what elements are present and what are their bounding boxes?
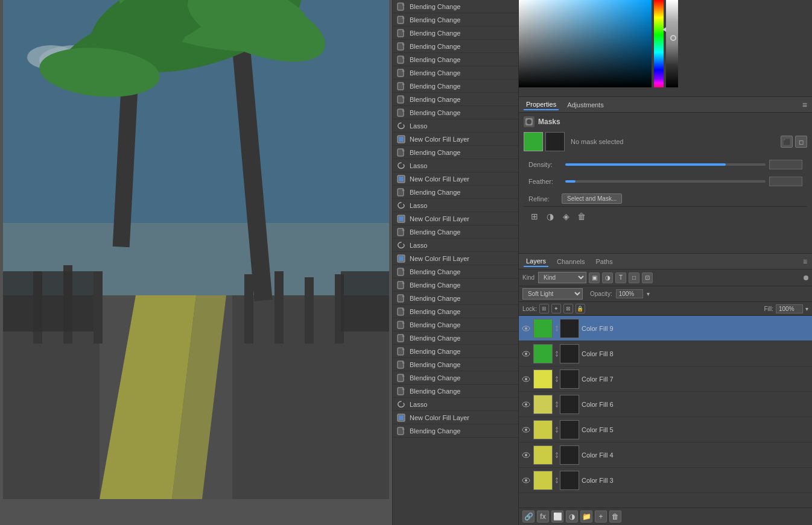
history-item[interactable]: Blending Change — [393, 27, 518, 40]
history-item[interactable]: Lasso — [393, 159, 518, 172]
history-item[interactable]: Blending Change — [393, 66, 518, 80]
group-layers-btn[interactable]: 📁 — [580, 511, 592, 523]
add-mask-btn[interactable]: ⬜ — [551, 511, 563, 523]
history-item[interactable]: Blending Change — [393, 53, 518, 66]
history-item[interactable]: Blending Change — [393, 265, 518, 278]
layer-item[interactable]: Color Fill 9 — [519, 316, 812, 341]
doc-icon — [396, 307, 406, 316]
history-item[interactable]: Blending Change — [393, 292, 518, 305]
layer-filter-type-btn[interactable]: T — [615, 272, 626, 283]
history-item[interactable]: Blending Change — [393, 318, 518, 332]
history-item[interactable]: Lasso — [393, 199, 518, 212]
history-item[interactable]: New Color Fill Layer — [393, 411, 518, 424]
hue-slider[interactable] — [654, 0, 664, 87]
feather-slider[interactable] — [565, 180, 766, 183]
history-item[interactable]: Blending Change — [393, 385, 518, 398]
layer-filter-pixel-btn[interactable]: ▣ — [589, 272, 600, 283]
history-item[interactable]: Blending Change — [393, 146, 518, 159]
color-gradient[interactable] — [519, 0, 652, 87]
fx-btn[interactable]: fx — [537, 511, 549, 523]
lock-pixel-btn[interactable]: ⊞ — [539, 304, 549, 313]
history-item[interactable]: Blending Change — [393, 225, 518, 239]
link-layers-btn[interactable]: 🔗 — [522, 511, 534, 523]
density-slider[interactable] — [565, 163, 766, 166]
mask-black-swatch[interactable] — [545, 132, 565, 151]
layers-list: Color Fill 9Color Fill 8Color Fill 7Colo… — [519, 316, 812, 508]
layer-visibility-btn[interactable] — [521, 374, 531, 384]
layer-item[interactable]: Color Fill 7 — [519, 366, 812, 392]
tab-channels[interactable]: Channels — [554, 257, 587, 266]
history-item[interactable]: Blending Change — [393, 93, 518, 106]
feather-value[interactable] — [769, 177, 802, 186]
history-item[interactable]: Lasso — [393, 239, 518, 252]
history-item[interactable]: Blending Change — [393, 106, 518, 119]
history-item[interactable]: New Color Fill Layer — [393, 252, 518, 265]
layer-item[interactable]: Color Fill 3 — [519, 468, 812, 493]
svg-rect-45 — [399, 137, 404, 142]
layers-menu-icon[interactable]: ≡ — [803, 257, 807, 266]
mask-pixel-btn[interactable]: ⬛ — [781, 136, 793, 148]
select-and-mask-button[interactable]: Select and Mask... — [562, 193, 622, 204]
mask-filter-icon[interactable]: ⊞ — [528, 210, 541, 222]
add-adjustment-btn[interactable]: ◑ — [566, 511, 578, 523]
opacity-arrow[interactable]: ▾ — [647, 291, 650, 297]
colorfill-icon — [396, 413, 406, 423]
history-item[interactable]: Blending Change — [393, 186, 518, 199]
layer-item[interactable]: Color Fill 6 — [519, 392, 812, 417]
history-item[interactable]: Blending Change — [393, 80, 518, 93]
mask-color-swatch[interactable] — [524, 132, 543, 151]
layer-filter-adjust-btn[interactable]: ◑ — [602, 272, 613, 283]
tab-paths[interactable]: Paths — [594, 257, 615, 266]
history-item[interactable]: Lasso — [393, 119, 518, 133]
tab-layers[interactable]: Layers — [524, 256, 548, 267]
history-item[interactable]: New Color Fill Layer — [393, 212, 518, 225]
layer-item[interactable]: Color Fill 4 — [519, 442, 812, 468]
delete-layer-btn[interactable]: 🗑 — [609, 511, 621, 523]
masks-title-row: Masks — [524, 116, 807, 127]
fill-arrow[interactable]: ▾ — [805, 306, 808, 312]
history-item[interactable]: Blending Change — [393, 332, 518, 345]
mask-invert-icon[interactable]: ◑ — [544, 210, 556, 222]
history-item[interactable]: Blending Change — [393, 0, 518, 13]
lock-artboard-btn[interactable]: ⊠ — [563, 304, 573, 313]
history-item[interactable]: Blending Change — [393, 40, 518, 53]
opacity-input[interactable] — [616, 289, 643, 298]
layer-filter-shape-btn[interactable]: □ — [629, 272, 639, 283]
color-gradient-inner[interactable] — [519, 0, 652, 87]
history-item[interactable]: Blending Change — [393, 371, 518, 385]
history-item[interactable]: Blending Change — [393, 424, 518, 438]
density-value[interactable] — [769, 160, 802, 169]
history-item[interactable]: Lasso — [393, 398, 518, 411]
history-item[interactable]: Blending Change — [393, 305, 518, 318]
history-item[interactable]: Blending Change — [393, 278, 518, 292]
layer-visibility-btn[interactable] — [521, 476, 531, 485]
fill-input[interactable] — [776, 304, 803, 313]
history-item[interactable]: Blending Change — [393, 358, 518, 371]
layer-item[interactable]: Color Fill 8 — [519, 341, 812, 366]
tab-adjustments[interactable]: Adjustments — [565, 100, 606, 110]
new-layer-btn[interactable]: + — [595, 511, 607, 523]
color-picker-right[interactable] — [666, 0, 678, 87]
layer-visibility-btn[interactable] — [521, 324, 531, 333]
layer-visibility-btn[interactable] — [521, 400, 531, 409]
panel-menu-icon[interactable]: ≡ — [802, 100, 807, 110]
layer-item[interactable]: Color Fill 5 — [519, 417, 812, 442]
history-item[interactable]: New Color Fill Layer — [393, 172, 518, 186]
layer-visibility-btn[interactable] — [521, 450, 531, 460]
history-item[interactable]: Blending Change — [393, 345, 518, 358]
mask-vector-btn[interactable]: ◻ — [795, 136, 807, 148]
layer-filter-smart-btn[interactable]: ⊡ — [642, 272, 653, 283]
layers-kind-dropdown[interactable]: Kind — [538, 272, 586, 283]
layer-visibility-btn[interactable] — [521, 425, 531, 435]
history-item[interactable]: New Color Fill Layer — [393, 133, 518, 146]
lock-move-btn[interactable]: ✦ — [551, 304, 561, 313]
layer-visibility-btn[interactable] — [521, 349, 531, 359]
tab-properties[interactable]: Properties — [524, 99, 559, 110]
history-item[interactable]: Blending Change — [393, 13, 518, 27]
masks-title: Masks — [538, 118, 560, 126]
blend-mode-dropdown[interactable]: Soft Light Normal Multiply Screen Overla… — [522, 288, 583, 300]
lock-all-btn[interactable]: 🔒 — [576, 304, 585, 313]
layer-thumbnail — [533, 395, 553, 414]
mask-edge-icon[interactable]: ◈ — [560, 210, 572, 222]
mask-delete-icon[interactable]: 🗑 — [576, 210, 588, 222]
